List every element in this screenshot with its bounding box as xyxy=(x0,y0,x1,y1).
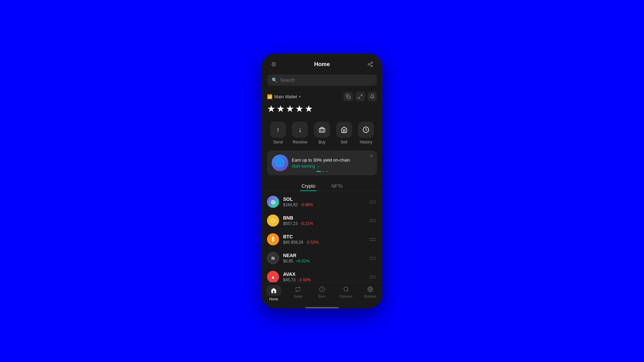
list-item[interactable]: ◎ SOL $184,82 -0.98% xyxy=(262,192,382,211)
history-icon xyxy=(358,122,374,138)
receive-label: Receive xyxy=(293,140,307,144)
promo-image: 🌐 xyxy=(272,155,288,171)
avax-price: $45,73 xyxy=(283,278,296,282)
browser-icon xyxy=(366,285,374,293)
buy-button[interactable]: Buy xyxy=(314,122,330,144)
receive-button[interactable]: ↓ Receive xyxy=(292,122,308,144)
bnb-more-button[interactable] xyxy=(368,218,377,224)
send-label: Send xyxy=(273,140,283,144)
asset-tabs: Crypto NFTs xyxy=(262,178,382,191)
btc-symbol: BTC xyxy=(283,234,364,239)
promo-dot-1 xyxy=(316,171,321,172)
svg-line-4 xyxy=(369,63,371,64)
bnb-change: -0.21% xyxy=(300,221,313,226)
search-bar[interactable]: 🔍 xyxy=(267,74,377,86)
history-button[interactable]: History xyxy=(358,122,374,144)
sell-button[interactable]: Sell xyxy=(336,122,352,144)
promo-dots xyxy=(316,171,328,172)
wallet-balance: ★★★★★ xyxy=(267,103,377,114)
settings-button[interactable]: ⚙ xyxy=(268,59,279,70)
btc-logo: ₿ xyxy=(267,233,279,245)
sol-info: SOL $184,82 -0.98% xyxy=(283,196,364,207)
sol-symbol: SOL xyxy=(283,196,364,202)
home-indicator xyxy=(305,307,339,308)
copy-address-button[interactable] xyxy=(343,92,353,101)
nav-home[interactable]: Home xyxy=(262,285,286,301)
bottom-navigation: Home Swap Earn Discover Browser xyxy=(262,282,382,306)
nav-earn[interactable]: Earn xyxy=(310,285,334,301)
list-item[interactable]: ▲ AVAX $45,73 -3.93% xyxy=(262,267,382,282)
link-button[interactable] xyxy=(365,59,376,70)
discover-icon xyxy=(342,285,350,293)
btc-change: -0.52% xyxy=(306,240,319,245)
nav-home-label: Home xyxy=(269,297,278,301)
list-item[interactable]: ⬡ BNB $557,23 -0.21% xyxy=(262,211,382,230)
nav-earn-label: Earn xyxy=(318,295,325,298)
wallet-name-row: 📶 Main Wallet ▾ xyxy=(267,94,301,99)
nav-swap-label: Swap xyxy=(293,295,302,298)
btc-more-button[interactable] xyxy=(368,237,377,242)
svg-line-3 xyxy=(369,65,371,66)
avax-more-button[interactable] xyxy=(368,274,377,280)
nav-browser-label: Browser xyxy=(364,295,377,298)
svg-rect-8 xyxy=(319,128,325,132)
nav-swap[interactable]: Swap xyxy=(286,285,310,301)
sol-logo: ◎ xyxy=(267,196,279,208)
list-item[interactable]: ₿ BTC $65 859,28 -0.52% xyxy=(262,230,382,249)
buy-label: Buy xyxy=(319,140,326,144)
near-price: $6,65 xyxy=(283,259,293,263)
receive-icon: ↓ xyxy=(292,122,308,138)
promo-close-button[interactable]: ✕ xyxy=(370,153,374,159)
earn-icon xyxy=(318,285,326,293)
bnb-price: $557,23 xyxy=(283,221,298,226)
tab-nfts[interactable]: NFTs xyxy=(330,181,344,191)
near-logo: N xyxy=(267,252,279,264)
promo-banner: 🌐 Earn up to 30% yield on-chain Start ea… xyxy=(267,150,377,175)
swap-icon xyxy=(294,285,302,293)
search-icon: 🔍 xyxy=(272,77,277,83)
buy-icon xyxy=(314,122,330,138)
search-input[interactable] xyxy=(280,77,372,83)
header: ⚙ Home xyxy=(262,54,382,72)
promo-link[interactable]: Start earning → xyxy=(292,164,372,169)
tab-crypto[interactable]: Crypto xyxy=(300,181,317,191)
promo-dot-2 xyxy=(322,171,324,172)
wallet-chevron-icon: ▾ xyxy=(299,95,301,99)
avax-symbol: AVAX xyxy=(283,272,364,277)
avax-info: AVAX $45,73 -3.93% xyxy=(283,272,364,282)
near-change: +6.02% xyxy=(296,259,310,263)
wallet-action-icons xyxy=(343,92,377,101)
svg-rect-5 xyxy=(347,96,350,99)
sol-price: $184,82 xyxy=(283,202,298,207)
svg-line-12 xyxy=(347,290,348,291)
bnb-symbol: BNB xyxy=(283,215,364,221)
wallet-name-label: Main Wallet xyxy=(274,94,297,99)
svg-line-7 xyxy=(359,97,360,98)
nav-browser[interactable]: Browser xyxy=(358,285,382,301)
wallet-section: 📶 Main Wallet ▾ ★★★★★ xyxy=(262,89,382,118)
btc-price: $65 859,28 xyxy=(283,240,303,245)
svg-point-11 xyxy=(344,287,348,291)
nav-discover[interactable]: Discover xyxy=(334,285,358,301)
sol-more-button[interactable] xyxy=(368,199,377,205)
sell-icon xyxy=(336,122,352,138)
bnb-info: BNB $557,23 -0.21% xyxy=(283,215,364,226)
avax-logo: ▲ xyxy=(267,271,279,282)
promo-dot-3 xyxy=(326,171,328,172)
history-label: History xyxy=(360,140,372,144)
near-symbol: NEAR xyxy=(283,253,364,258)
avax-change: -3.93% xyxy=(298,278,311,282)
expand-button[interactable] xyxy=(356,92,365,101)
svg-line-6 xyxy=(361,95,362,96)
list-item[interactable]: N NEAR $6,65 +6.02% xyxy=(262,249,382,267)
near-more-button[interactable] xyxy=(368,255,377,261)
promo-text: Earn up to 30% yield on-chain Start earn… xyxy=(292,158,372,169)
notifications-button[interactable] xyxy=(368,92,377,101)
crypto-list: ◎ SOL $184,82 -0.98% ⬡ BNB $557,23 -0.21… xyxy=(262,191,382,282)
bnb-logo: ⬡ xyxy=(267,215,279,227)
home-icon xyxy=(270,287,278,295)
sol-change: -0.98% xyxy=(300,202,313,207)
phone-app: ⚙ Home 🔍 📶 Main Wallet ▾ xyxy=(262,54,382,308)
send-button[interactable]: ↑ Send xyxy=(270,122,286,144)
btc-info: BTC $65 859,28 -0.52% xyxy=(283,234,364,245)
